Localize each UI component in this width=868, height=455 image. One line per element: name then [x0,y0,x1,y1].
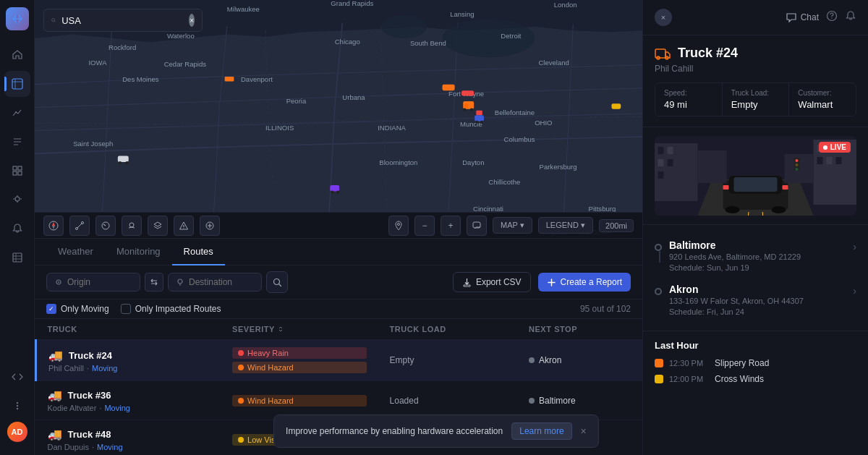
map-style-btn[interactable]: MAP ▾ [493,217,532,234]
map-area: Madison Milwaukee Grand Rapids Lansing L… [35,0,642,238]
stop-dot-icon [655,288,662,295]
sidebar-item-bell[interactable] [4,216,30,242]
truck-name-heading: Truck #24 [678,46,738,61]
col-truck-load: TRUCK LOAD [378,319,517,340]
compass-button[interactable] [43,216,64,236]
right-panel: × Chat [642,0,868,455]
svg-point-14 [380,15,427,38]
svg-text:Waterloo: Waterloo [167,32,195,40]
stop-item-baltimore[interactable]: Baltimore 920 Leeds Ave, Baltimore, MD 2… [655,234,856,278]
svg-text:Cleveland: Cleveland [538,59,569,67]
svg-point-103 [772,206,786,213]
svg-point-78 [273,278,279,284]
route-tool-btn[interactable] [69,216,90,236]
zoom-out-btn[interactable]: − [414,216,435,236]
origin-input-box[interactable] [46,273,140,292]
toast-close-button[interactable]: × [581,425,587,437]
svg-rect-106 [698,150,727,183]
live-badge: LIVE [819,142,851,153]
event-item: 12:00 PM Cross Winds [655,374,856,384]
svg-rect-49 [464,103,467,108]
camera-section: LIVE [643,127,868,225]
col-severity[interactable]: SEVERITY [221,319,378,340]
speed-btn[interactable] [95,216,116,236]
svg-point-111 [796,163,799,166]
svg-text:ILLINOIS: ILLINOIS [265,124,294,132]
sidebar-item-list[interactable] [4,129,30,155]
toast-learn-more-button[interactable]: Learn more [511,422,571,440]
svg-point-71 [129,223,134,227]
plus-btn[interactable] [200,216,220,236]
zoom-in-btn[interactable]: + [441,216,461,236]
svg-rect-62 [443,85,455,91]
truck-cell: 🚚 Truck #24 Phil Cahill · Moving [36,340,221,381]
filter-search-button[interactable] [266,271,288,293]
red-dot [238,350,244,356]
sidebar-item-menu2[interactable] [4,393,30,419]
stat-load: Truck Load: Empty [723,83,790,116]
svg-point-58 [125,161,128,164]
event-description: Slippery Road [715,358,769,368]
right-panel-header: × Chat [643,0,868,35]
origin-input[interactable] [67,277,132,287]
create-report-button[interactable]: Create a Report [538,273,631,292]
legend-btn[interactable]: LEGEND ▾ [538,217,593,234]
tab-monitoring[interactable]: Monitoring [105,239,172,265]
close-panel-button[interactable]: × [655,9,672,26]
svg-point-76 [58,281,59,283]
only-impacted-checkbox[interactable]: Only Impacted Routes [121,304,221,314]
only-impacted-check-box [121,304,131,314]
warning-btn[interactable] [174,216,194,236]
origin-dest-group [46,271,288,293]
svg-text:South Bend: South Bend [410,39,446,47]
clear-search-button[interactable]: × [189,14,195,27]
table-row[interactable]: 🚚 Truck #24 Phil Cahill · Moving [36,340,643,381]
bottom-panel: Weather Monitoring Routes [35,238,642,455]
chat-pin-btn[interactable] [467,216,487,236]
live-dot [823,145,827,150]
export-csv-button[interactable]: Export CSV [453,272,531,292]
sidebar-item-code[interactable] [4,364,30,390]
sidebar-item-analytics[interactable] [4,100,30,126]
destination-icon [176,278,184,286]
chat-button[interactable]: Chat [786,12,819,23]
svg-point-60 [331,190,333,193]
sidebar-logo [6,7,29,30]
event-item: 12:30 PM Slippery Road [655,358,856,368]
tab-routes[interactable]: Routes [172,239,225,265]
svg-point-10 [16,408,17,409]
event-time: 12:00 PM [669,375,709,383]
svg-rect-52 [476,111,482,115]
svg-point-6 [15,197,20,201]
weather-btn[interactable] [122,216,142,236]
only-moving-checkbox[interactable]: ✓ Only Moving [46,304,109,314]
user-avatar[interactable]: AD [7,422,27,442]
orange-dot [238,365,244,370]
svg-rect-91 [668,171,673,179]
sidebar-item-table[interactable] [4,244,30,271]
last-hour-title: Last Hour [655,340,856,351]
sort-icon [277,326,284,333]
next-stop-cell: Akron [517,340,642,381]
swap-direction-button[interactable] [145,273,163,292]
event-time: 12:30 PM [669,359,709,367]
sidebar-item-grid[interactable] [4,158,30,184]
sidebar-item-home[interactable] [4,42,30,68]
stop-item-akron[interactable]: Akron 133-169 W Falor St, Akron, OH 4430… [655,278,856,322]
location-search-input[interactable] [61,15,183,26]
destination-input-box[interactable] [168,273,262,292]
sidebar-item-map[interactable] [4,71,30,97]
pin-btn[interactable] [388,216,409,236]
map-search-bar[interactable]: × [43,9,203,32]
sidebar-item-location[interactable] [4,187,30,213]
help-button[interactable] [826,10,838,25]
layer-btn[interactable] [148,216,168,236]
route-stops-section: Baltimore 920 Leeds Ave, Baltimore, MD 2… [643,225,868,331]
svg-text:Peoria: Peoria [286,97,307,105]
svg-rect-89 [668,159,673,166]
notification-bell-button[interactable] [845,10,856,25]
svg-text:London: London [554,1,577,9]
destination-input[interactable] [189,277,254,287]
stop-dot [529,357,535,363]
tab-weather[interactable]: Weather [46,239,105,265]
